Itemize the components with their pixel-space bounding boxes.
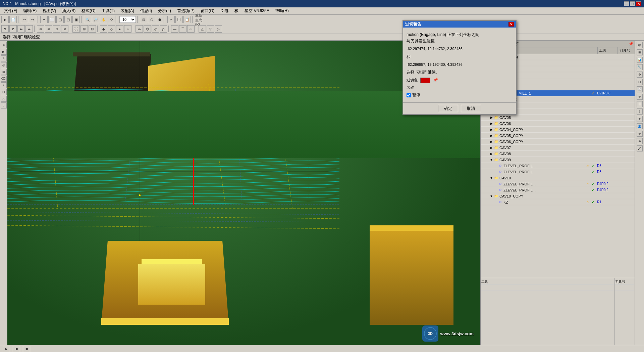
menu-d[interactable]: D 电	[218, 7, 231, 14]
ok-button[interactable]: 确定	[438, 105, 458, 112]
tb-start-btn[interactable]: ▶	[1, 16, 9, 23]
tb2-12[interactable]: ◆	[100, 25, 107, 33]
tb2-24[interactable]: ▽	[207, 25, 214, 33]
tree-row-zlevel-2[interactable]: ⚙ ZLEVEL_PROFIL... ✓ D8	[481, 169, 635, 175]
tree-row-zlevel-1[interactable]: ⚙ ZLEVEL_PROFIL... ⚠ ✓ D8	[481, 163, 635, 169]
menu-prefs[interactable]: 首选项(P)	[174, 7, 197, 14]
tb2-5[interactable]: ⊕	[37, 25, 44, 33]
tree-row-zlevel-3[interactable]: ⚙ ZLEVEL_PROFIL... ⚠ ✓ D4R0.2	[481, 181, 635, 187]
tb-cut[interactable]: ✂	[167, 16, 175, 23]
dialog-close-button[interactable]: ✕	[508, 22, 514, 27]
tb-redo[interactable]: ↪	[29, 16, 36, 23]
pause-checkbox[interactable]	[407, 93, 411, 97]
right-btn-11[interactable]: ★	[637, 116, 643, 122]
menu-tools[interactable]: 工具(T)	[99, 7, 117, 14]
tree-row-cav07[interactable]: ▶ 📁 CAV07	[481, 145, 635, 151]
tb2-21[interactable]: ⌒	[179, 25, 186, 33]
tb2-22[interactable]: ⌓	[187, 25, 195, 33]
tb2-4[interactable]: ➡	[25, 25, 33, 33]
menu-info[interactable]: 信息(I)	[138, 7, 155, 14]
tree-row-kz[interactable]: ⚙ KZ ⚠ ✓ R1	[481, 199, 635, 205]
tb-rotate[interactable]: ⟳	[108, 16, 115, 23]
right-btn-10[interactable]: ?	[637, 108, 643, 115]
toggle-cav04-copy[interactable]: ▶	[489, 128, 493, 132]
sidebar-btn-9[interactable]: △	[1, 96, 7, 102]
tree-row-cav10[interactable]: ▼ 📁 CAV10	[481, 175, 635, 181]
minimize-button[interactable]: —	[624, 1, 629, 6]
menu-help[interactable]: 帮助(H)	[272, 7, 291, 14]
tb-pan[interactable]: ✋	[100, 16, 107, 23]
right-btn-3[interactable]: 📊	[637, 57, 643, 63]
menu-file[interactable]: 文件(F)	[1, 7, 20, 14]
tree-row-cav09[interactable]: ▼ 📁 CAV09	[481, 157, 635, 163]
toggle-cav07[interactable]: ▶	[489, 146, 493, 150]
tb2-17[interactable]: ⌬	[144, 25, 151, 33]
sidebar-btn-8[interactable]: ⊡	[1, 89, 7, 95]
menu-insert[interactable]: 插入(S)	[59, 7, 78, 14]
menu-assemble[interactable]: 装配(A)	[118, 7, 137, 14]
menu-version[interactable]: 星空 V6.935F	[242, 7, 272, 14]
toggle-cav06[interactable]: ▶	[489, 122, 493, 126]
tb2-25[interactable]: ▷	[215, 25, 222, 33]
tb2-9[interactable]: ⛶	[72, 25, 80, 33]
tb-wire[interactable]: ⬡	[148, 16, 155, 23]
toggle-cav06-copy[interactable]: ▶	[489, 140, 493, 144]
toggle-cav05-copy[interactable]: ▶	[489, 134, 493, 138]
tree-row-cav05-copy[interactable]: ▶ 📁 CAV05_COPY	[481, 133, 635, 139]
menu-analysis[interactable]: 分析(L)	[155, 7, 174, 14]
right-btn-15[interactable]: 🖊	[637, 145, 643, 151]
tb2-23[interactable]: △	[199, 25, 206, 33]
sidebar-btn-2[interactable]: ▶	[1, 49, 7, 55]
menu-edit[interactable]: 编辑(E)	[20, 7, 39, 14]
tb-new-btn[interactable]: 📄	[9, 16, 17, 23]
tb2-16[interactable]: ⌯	[136, 25, 143, 33]
right-btn-9[interactable]: ☰	[637, 101, 643, 107]
tb-regen[interactable]: 重新生成(R)	[195, 16, 202, 23]
tb-zoom-out[interactable]: 🔎	[92, 16, 99, 23]
tb2-18[interactable]: ⌭	[152, 25, 159, 33]
toggle-cav09[interactable]: ▼	[489, 158, 493, 162]
tb2-20[interactable]: ―	[171, 25, 178, 33]
overcut-color-box[interactable]	[420, 78, 430, 83]
op-navigator-pin-icon[interactable]: 📌	[629, 42, 633, 46]
toggle-cav08[interactable]: ▶	[489, 152, 493, 156]
tb2-15[interactable]: ○	[124, 25, 131, 33]
tb2-8[interactable]: ⊘	[61, 25, 68, 33]
sidebar-btn-7[interactable]: ⌖	[1, 82, 7, 88]
tb-view3[interactable]: ◳	[64, 16, 72, 23]
tree-row-cav08[interactable]: ▶ 📁 CAV08	[481, 151, 635, 157]
tb2-3[interactable]: ⬅	[17, 25, 25, 33]
sidebar-btn-6[interactable]: ⌫	[1, 76, 7, 82]
menu-ji[interactable]: 极	[232, 7, 241, 14]
menu-format[interactable]: 格式(O)	[79, 7, 98, 14]
sidebar-btn-1[interactable]: ⊕	[1, 42, 7, 48]
right-btn-7[interactable]: ⌚	[637, 86, 643, 92]
tree-row-cav06-copy[interactable]: ▶ 📁 CAV06_COPY	[481, 139, 635, 145]
right-btn-12[interactable]: 👤	[637, 123, 643, 129]
right-btn-2[interactable]: ⊞	[637, 49, 643, 55]
bottom-btn-1[interactable]: ▶	[3, 346, 10, 352]
menu-view[interactable]: 视图(V)	[40, 7, 59, 14]
tree-row-cav05[interactable]: ▶ 📁 CAV05	[481, 115, 635, 121]
zoom-select[interactable]: 10 25 50 100	[119, 16, 136, 23]
sidebar-btn-3[interactable]: ✎	[1, 55, 7, 61]
tree-row-cav06[interactable]: ▶ 📁 CAV06	[481, 121, 635, 127]
bottom-btn-2[interactable]: ⏹	[13, 346, 20, 352]
tree-row-cav04-copy[interactable]: ▶ 📁 CAV04_COPY	[481, 127, 635, 133]
tb2-14[interactable]: ●	[116, 25, 123, 33]
sidebar-btn-5[interactable]: ⊞	[1, 69, 7, 75]
tb2-11[interactable]: ⊟	[89, 25, 96, 33]
tb-shade[interactable]: ⬢	[156, 16, 163, 23]
right-btn-4[interactable]: 🔧	[637, 64, 643, 70]
right-btn-8[interactable]: ⊗	[637, 94, 643, 100]
toggle-cav10-copy[interactable]: ▼	[489, 194, 493, 198]
tb2-13[interactable]: ◇	[108, 25, 115, 33]
tree-row-zlevel-4[interactable]: ⚙ ZLEVEL_PROFIL... ✓ D4R0.2	[481, 187, 635, 193]
sidebar-btn-4[interactable]: ◎	[1, 62, 7, 68]
cancel-button[interactable]: 取消	[461, 105, 481, 112]
tb2-7[interactable]: ⊙	[53, 25, 60, 33]
tb-paste[interactable]: 📋	[183, 16, 191, 23]
tb-view1[interactable]: ⬜	[48, 16, 56, 23]
tb2-10[interactable]: ⊞	[80, 25, 88, 33]
tb2-2[interactable]: ↱	[9, 25, 17, 33]
